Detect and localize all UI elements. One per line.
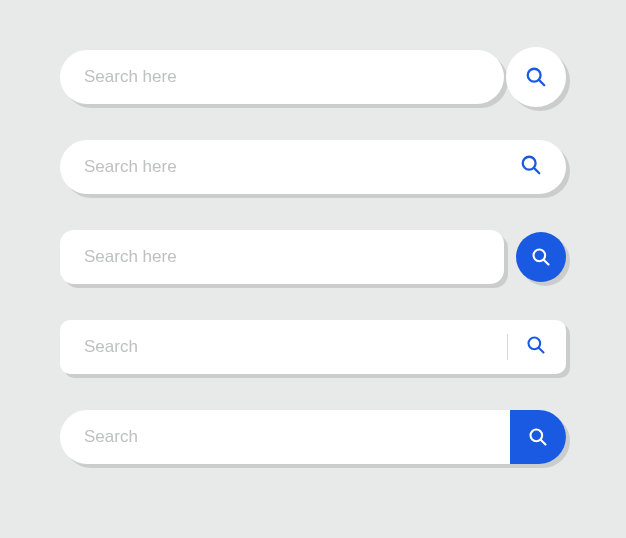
search-input-wrap[interactable]: [60, 230, 504, 284]
search-bar-variant-3: [60, 230, 566, 284]
search-input-wrap[interactable]: [60, 320, 566, 374]
search-button[interactable]: [510, 410, 566, 464]
svg-line-3: [534, 168, 539, 173]
svg-line-1: [539, 80, 544, 85]
divider: [507, 334, 508, 360]
svg-line-9: [541, 440, 546, 445]
search-bar-variant-2: [60, 140, 566, 194]
search-bar-variant-1: [60, 50, 566, 104]
search-button[interactable]: [506, 47, 566, 107]
search-bar-variant-4: [60, 320, 566, 374]
search-input[interactable]: [84, 427, 542, 447]
search-input-wrap[interactable]: [60, 140, 566, 194]
search-input-wrap[interactable]: [60, 50, 504, 104]
search-input[interactable]: [84, 67, 480, 87]
search-button[interactable]: [516, 232, 566, 282]
magnify-icon: [531, 247, 551, 267]
magnify-icon: [525, 66, 547, 88]
search-button[interactable]: [520, 154, 542, 180]
magnify-icon: [528, 427, 548, 447]
search-input[interactable]: [84, 157, 542, 177]
search-input-wrap[interactable]: [60, 410, 566, 464]
search-input[interactable]: [84, 247, 480, 267]
search-bar-variant-5: [60, 410, 566, 464]
magnify-icon: [526, 335, 546, 355]
svg-line-5: [544, 260, 549, 265]
search-button[interactable]: [526, 335, 546, 359]
search-input[interactable]: [84, 337, 542, 357]
svg-line-7: [539, 348, 544, 353]
magnify-icon: [520, 154, 542, 176]
